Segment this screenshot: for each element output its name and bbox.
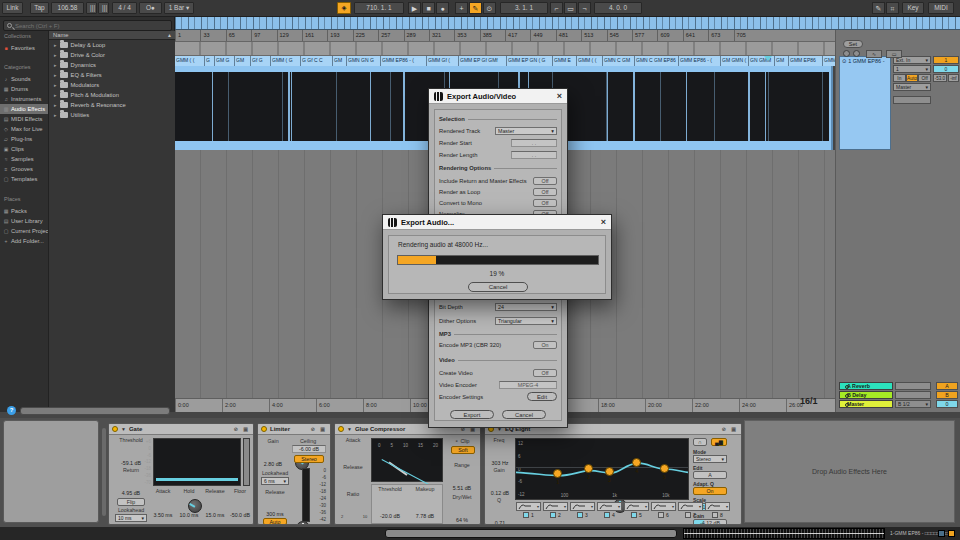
flip-button[interactable]: Flip (117, 498, 145, 506)
list-item[interactable]: ▸ Reverb & Resonance (49, 100, 175, 110)
tempo-field[interactable]: 106.58 (51, 2, 84, 14)
locator-row[interactable] (175, 42, 835, 56)
arrangement-clip[interactable]: GMM ( ( (577, 56, 603, 66)
export-button[interactable]: Export (450, 410, 494, 419)
band-enable-checkbox[interactable] (631, 512, 637, 518)
punch-out-icon[interactable]: ¬ (578, 2, 591, 14)
hot-swap-icon[interactable]: ⊘ ▣ (234, 426, 250, 432)
render-start-field[interactable]: . . (511, 139, 557, 147)
sidebar-item-category[interactable]: ▢ Templates (0, 174, 48, 184)
audition-icon[interactable]: ∩ (693, 438, 707, 446)
arrangement-clip[interactable]: GM (775, 56, 789, 66)
fold-triangle-icon[interactable]: ▼ (347, 426, 352, 432)
band-enable-checkbox[interactable] (577, 512, 583, 518)
clip-view-icon[interactable] (938, 530, 945, 537)
expand-triangle-icon[interactable]: ▸ (54, 62, 57, 68)
arrangement-clip[interactable]: GMM ( G (271, 56, 301, 66)
midi-map-button[interactable]: MIDI (928, 2, 954, 14)
loop-marker-icon[interactable] (843, 50, 850, 57)
input-channel-chooser[interactable]: 1▾ (893, 65, 931, 73)
sidebar-item-category[interactable]: ▱ Plug-Ins (0, 134, 48, 144)
info-view-icon[interactable]: ? (7, 406, 16, 415)
lookahead-chooser[interactable]: 6 ms▾ (261, 477, 289, 485)
arrangement-clip[interactable]: Gf G (251, 56, 271, 66)
capture-midi-button[interactable]: ⊙ (483, 2, 496, 14)
arrangement-clip[interactable]: GMM EP86 - ( (381, 56, 427, 66)
band-enable-checkbox[interactable] (658, 512, 664, 518)
preview-icon[interactable] (845, 394, 849, 398)
band-enable-checkbox[interactable] (604, 512, 610, 518)
toggle-button[interactable]: Off (533, 177, 557, 185)
hot-swap-icon[interactable]: ⊘ ▣ (311, 426, 327, 432)
arrangement-clip[interactable]: GM (235, 56, 251, 66)
device-activator-icon[interactable] (338, 426, 344, 432)
device-activator-icon[interactable] (112, 426, 118, 432)
arrangement-clip[interactable]: GM G (215, 56, 235, 66)
video-encoder-field[interactable]: MPEG-4 (499, 381, 557, 389)
close-icon[interactable]: × (557, 92, 562, 101)
track-header[interactable]: ⊙ 1 GMM EP86 - (839, 56, 891, 150)
band-enable-checkbox[interactable] (685, 512, 691, 518)
pan-control[interactable]: 0 (933, 65, 959, 73)
expand-triangle-icon[interactable]: ▸ (54, 52, 57, 58)
loop-toggle[interactable]: ▭ (564, 2, 577, 14)
overdub-toggle[interactable]: ✎ (469, 2, 482, 14)
filter-type-chooser[interactable]: ▾ (624, 502, 649, 511)
device-view-icon[interactable] (948, 530, 955, 537)
nudge-down-icon[interactable]: ||| (86, 2, 97, 14)
record-button[interactable]: ● (436, 2, 449, 14)
sidebar-item-category[interactable]: ♫ Instruments (0, 94, 48, 104)
metronome-toggle[interactable]: O● (139, 2, 162, 14)
nudge-up-icon[interactable]: ||| (98, 2, 109, 14)
ceiling-field[interactable]: -6.00 dB (292, 445, 326, 453)
expand-triangle-icon[interactable]: ▸ (54, 42, 57, 48)
expand-triangle-icon[interactable]: ▸ (54, 92, 57, 98)
crossfade-chooser[interactable]: B 1/2▾ (895, 400, 931, 408)
arrangement-clip[interactable]: GMM EP Gf GMf (459, 56, 507, 66)
band-enable-checkbox[interactable] (550, 512, 556, 518)
lookahead-chooser[interactable]: 10 ms▾ (115, 514, 147, 522)
sidebar-item-category[interactable]: ≈ Samples (0, 154, 48, 164)
toggle-button[interactable]: Off (533, 199, 557, 207)
track-activator[interactable]: 1 (933, 56, 959, 64)
cancel-button[interactable]: Cancel (468, 282, 528, 292)
expand-triangle-icon[interactable]: ▸ (54, 112, 57, 118)
analyze-icon[interactable]: ▄▆ (711, 438, 727, 446)
new-button[interactable]: + (455, 2, 468, 14)
preview-icon[interactable] (845, 385, 849, 389)
list-item[interactable]: ▸ Modulators (49, 80, 175, 90)
arrangement-clip[interactable]: GMM EP( (823, 56, 835, 66)
dialog-title-bar[interactable]: Export Audio/Video × (429, 89, 567, 104)
device-eq-eight[interactable]: ▼ EQ Eight ⊘ ▣ Freq 303 Hz Gain 0.12 dB … (484, 423, 742, 525)
filter-type-chooser[interactable]: ▾ (516, 502, 541, 511)
key-map-button[interactable]: Key (902, 2, 924, 14)
list-item[interactable]: ▸ EQ & Filters (49, 70, 175, 80)
io-toggle-icon[interactable]: ▭ (886, 50, 902, 58)
rendered-track-chooser[interactable]: Master▾ (495, 127, 557, 135)
sidebar-item-category[interactable]: ≡ Grooves (0, 164, 48, 174)
soft-clip-button[interactable]: Soft (451, 446, 475, 454)
sidebar-item-category[interactable]: ▥ Audio Effects (0, 104, 48, 114)
arrangement-clip[interactable]: GM (333, 56, 347, 66)
list-header[interactable]: Name ▴ (49, 31, 175, 40)
stop-button[interactable]: ■ (422, 2, 435, 14)
auto-release-button[interactable]: Auto (263, 518, 287, 525)
band-enable-checkbox[interactable] (523, 512, 529, 518)
filter-type-chooser[interactable]: ▾ (705, 502, 730, 511)
arrangement-clip[interactable]: GMN C GM (603, 56, 635, 66)
edit-ab-button[interactable]: A (693, 471, 727, 479)
arrangement-clip[interactable]: GMN C GM EP86 (635, 56, 679, 66)
play-button[interactable]: ▶ (408, 2, 421, 14)
send-a-badge[interactable]: A (936, 382, 958, 390)
dialog-title-bar[interactable]: Export Audio... × (383, 215, 611, 230)
arrangement-clip[interactable]: GMM EP GN ( G (507, 56, 553, 66)
follow-button[interactable]: ◈ (337, 2, 351, 14)
arrangement-clip[interactable]: GMM ( ( (175, 56, 205, 66)
gate-display[interactable] (153, 438, 241, 486)
arrangement-position-field[interactable]: 710. 1. 1 (354, 2, 404, 14)
device-scrollbar[interactable] (102, 428, 106, 516)
stereo-mode-button[interactable]: Stereo (294, 455, 324, 463)
sidebar-item-category[interactable]: ♪ Sounds (0, 74, 48, 84)
close-icon[interactable]: × (601, 218, 606, 227)
arrangement-clip[interactable]: GMM EP86 - ( (679, 56, 721, 66)
